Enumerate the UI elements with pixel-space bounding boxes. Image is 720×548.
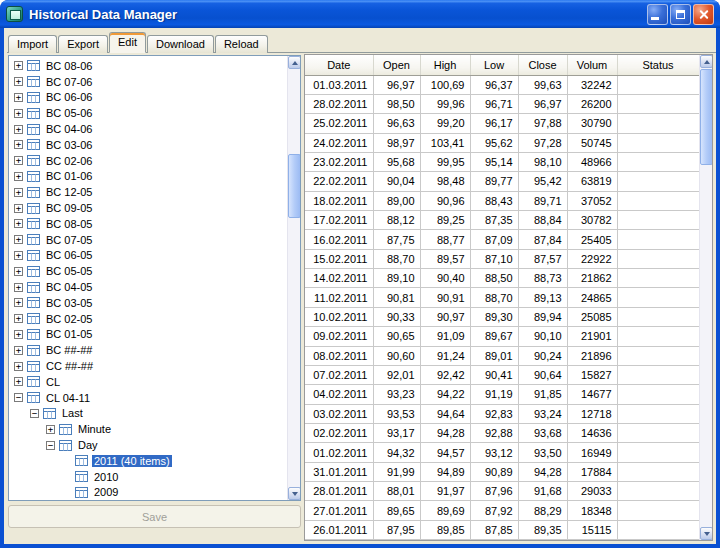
expand-icon[interactable]: + xyxy=(14,109,23,118)
expand-icon[interactable]: + xyxy=(14,93,23,102)
tree-item-label[interactable]: BC 03-06 xyxy=(44,139,94,151)
expand-icon[interactable]: + xyxy=(14,204,23,213)
tree-item-label[interactable]: BC 07-05 xyxy=(44,234,94,246)
tree-item[interactable]: +BC 02-05 xyxy=(9,311,287,327)
tab-download[interactable]: Download xyxy=(147,35,214,53)
tab-edit[interactable]: Edit xyxy=(109,32,146,53)
tree-item[interactable]: +BC 03-06 xyxy=(9,137,287,153)
collapse-icon[interactable]: − xyxy=(14,393,23,402)
tree-item[interactable]: +BC 06-06 xyxy=(9,90,287,106)
tree-item[interactable]: +CL xyxy=(9,374,287,390)
tree-item-label[interactable]: BC 05-06 xyxy=(44,107,94,119)
tree-item-label[interactable]: BC 05-05 xyxy=(44,265,94,277)
tree-item-label[interactable]: CC ##-## xyxy=(44,360,95,372)
tree-item[interactable]: +2009 xyxy=(9,485,287,500)
tree-item[interactable]: +BC 07-05 xyxy=(9,232,287,248)
tree-item[interactable]: +BC ##-## xyxy=(9,342,287,358)
tree-item-label[interactable]: Day xyxy=(76,439,100,451)
expand-icon[interactable]: + xyxy=(14,283,23,292)
table-row[interactable]: 25.02.201196,6399,2096,1797,8830790 xyxy=(305,114,699,133)
expand-icon[interactable]: + xyxy=(14,362,23,371)
save-button[interactable]: Save xyxy=(8,505,301,528)
tree-item-label[interactable]: 2009 xyxy=(92,486,120,498)
tree-item[interactable]: +BC 01-05 xyxy=(9,327,287,343)
table-row[interactable]: 15.02.201188,7089,5787,1087,5722922 xyxy=(305,249,699,268)
tree-item[interactable]: +BC 06-05 xyxy=(9,248,287,264)
tree-item-label[interactable]: BC 09-05 xyxy=(44,202,94,214)
tree-item[interactable]: −Last xyxy=(9,406,287,422)
tree-item-label[interactable]: BC 06-05 xyxy=(44,249,94,261)
column-header-low[interactable]: Low xyxy=(470,55,518,75)
tree-item-label[interactable]: 2010 xyxy=(92,471,120,483)
tree-item[interactable]: +BC 01-06 xyxy=(9,169,287,185)
column-header-close[interactable]: Close xyxy=(518,55,567,75)
tree-item[interactable]: +BC 09-05 xyxy=(9,200,287,216)
expand-icon[interactable]: + xyxy=(14,267,23,276)
tree-item-label[interactable]: BC 12-05 xyxy=(44,186,94,198)
tree-item-label[interactable]: BC 08-06 xyxy=(44,60,94,72)
tree-item-label[interactable]: BC ##-## xyxy=(44,344,94,356)
table-row[interactable]: 26.01.201187,9589,8587,8589,3515115 xyxy=(305,520,699,539)
expand-icon[interactable]: + xyxy=(14,330,23,339)
tree-item-label[interactable]: BC 01-05 xyxy=(44,328,94,340)
expand-icon[interactable]: + xyxy=(14,235,23,244)
table-row[interactable]: 24.02.201198,97103,4195,6297,2850745 xyxy=(305,133,699,152)
tree-item[interactable]: +BC 05-05 xyxy=(9,263,287,279)
table-row[interactable]: 18.02.201189,0090,9688,4389,7137052 xyxy=(305,191,699,210)
minimize-button[interactable] xyxy=(647,4,668,25)
table-row[interactable]: 11.02.201190,8190,9188,7089,1324865 xyxy=(305,288,699,307)
collapse-icon[interactable]: − xyxy=(46,441,55,450)
column-header-high[interactable]: High xyxy=(420,55,470,75)
expand-icon[interactable]: + xyxy=(14,219,23,228)
tree-item[interactable]: −Day xyxy=(9,437,287,453)
tree-item-label[interactable]: BC 04-05 xyxy=(44,281,94,293)
column-header-date[interactable]: Date xyxy=(305,55,373,75)
tab-import[interactable]: Import xyxy=(8,35,57,53)
table-row[interactable]: 27.01.201189,6589,6987,9288,2918348 xyxy=(305,501,699,520)
column-header-status[interactable]: Status xyxy=(617,55,699,75)
tree-item-label[interactable]: 2011 (40 items) xyxy=(92,455,172,467)
expand-icon[interactable]: + xyxy=(14,298,23,307)
expand-icon[interactable]: + xyxy=(14,377,23,386)
column-header-volum[interactable]: Volum xyxy=(567,55,617,75)
tree-item-label[interactable]: BC 06-06 xyxy=(44,91,94,103)
tree-item[interactable]: +BC 03-05 xyxy=(9,295,287,311)
expand-icon[interactable]: + xyxy=(14,314,23,323)
tree-item-label[interactable]: BC 07-06 xyxy=(44,76,94,88)
tree-item[interactable]: +BC 08-05 xyxy=(9,216,287,232)
expand-icon[interactable]: + xyxy=(14,61,23,70)
table-row[interactable]: 03.02.201193,5394,6492,8393,2412718 xyxy=(305,404,699,423)
title-bar[interactable]: Historical Data Manager xyxy=(0,0,720,28)
tree-item-label[interactable]: Minute xyxy=(76,423,113,435)
table-row[interactable]: 01.03.201196,97100,6996,3799,6332242 xyxy=(305,75,699,94)
expand-icon[interactable]: + xyxy=(14,77,23,86)
expand-icon[interactable]: + xyxy=(14,140,23,149)
expand-icon[interactable]: + xyxy=(14,346,23,355)
table-row[interactable]: 16.02.201187,7588,7787,0987,8425405 xyxy=(305,230,699,249)
maximize-button[interactable] xyxy=(670,4,691,25)
tab-export[interactable]: Export xyxy=(58,35,108,53)
table-row[interactable]: 01.02.201194,3294,5793,1293,5016949 xyxy=(305,443,699,462)
column-header-open[interactable]: Open xyxy=(373,55,420,75)
tree-item[interactable]: −CL 04-11 xyxy=(9,390,287,406)
scroll-up-button[interactable] xyxy=(288,56,301,69)
tree-item-label[interactable]: BC 04-06 xyxy=(44,123,94,135)
tree-item[interactable]: +BC 04-06 xyxy=(9,121,287,137)
expand-icon[interactable]: + xyxy=(14,188,23,197)
expand-icon[interactable]: + xyxy=(46,425,55,434)
tree-item-label[interactable]: BC 08-05 xyxy=(44,218,94,230)
expand-icon[interactable]: + xyxy=(14,172,23,181)
tree-item[interactable]: +Minute xyxy=(9,421,287,437)
table-row[interactable]: 23.02.201195,6899,9595,1498,1048966 xyxy=(305,152,699,171)
scroll-down-button[interactable] xyxy=(288,487,301,500)
tree-item[interactable]: +BC 04-05 xyxy=(9,279,287,295)
table-row[interactable]: 09.02.201190,6591,0989,6790,1021901 xyxy=(305,327,699,346)
expand-icon[interactable]: + xyxy=(14,125,23,134)
tree-item[interactable]: +BC 07-06 xyxy=(9,74,287,90)
table-row[interactable]: 31.01.201191,9994,8990,8994,2817884 xyxy=(305,462,699,481)
table-row[interactable]: 14.02.201189,1090,4088,5088,7321862 xyxy=(305,269,699,288)
tree-item-label[interactable]: BC 02-06 xyxy=(44,155,94,167)
tab-reload[interactable]: Reload xyxy=(215,35,268,53)
tree-item[interactable]: +BC 12-05 xyxy=(9,184,287,200)
tree-item-label[interactable]: CL xyxy=(44,376,62,388)
